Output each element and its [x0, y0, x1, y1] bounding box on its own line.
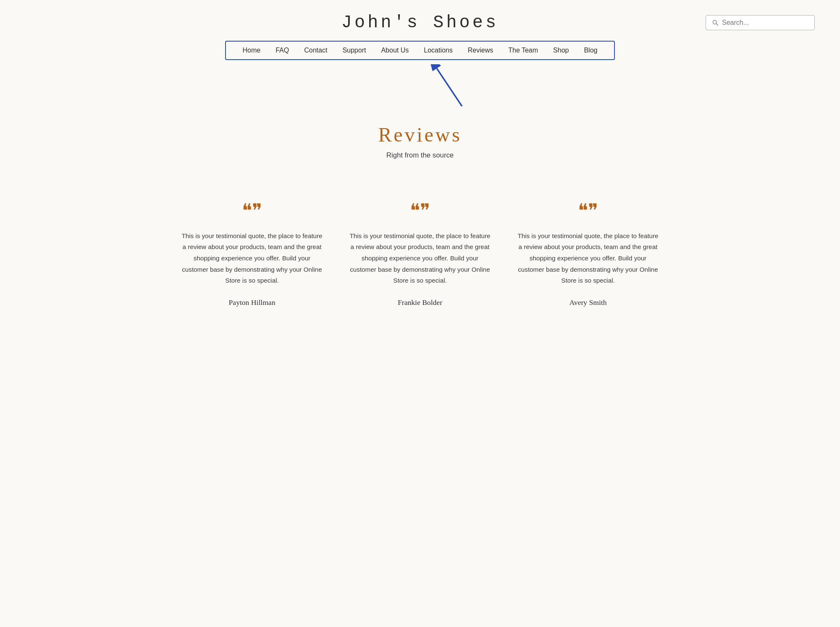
search-box[interactable]: [706, 15, 815, 30]
annotation-arrow: [428, 64, 479, 110]
svg-line-3: [437, 68, 462, 106]
quote-icon-1: ❝❞: [242, 202, 262, 220]
nav-item-the-team[interactable]: The Team: [508, 47, 538, 54]
nav-item-contact[interactable]: Contact: [304, 47, 327, 54]
search-icon: [712, 19, 719, 26]
testimonial-text-2: This is your testimonial quote, the plac…: [349, 231, 491, 286]
reviews-subtitle: Right from the source: [0, 151, 840, 160]
nav-item-reviews[interactable]: Reviews: [468, 47, 493, 54]
search-input[interactable]: [722, 19, 808, 26]
quote-icon-3: ❝❞: [578, 202, 598, 220]
reviews-section: Reviews Right from the source: [0, 115, 840, 185]
testimonial-text-1: This is your testimonial quote, the plac…: [181, 231, 323, 286]
header: John's Shoes: [0, 0, 840, 41]
testimonial-card-1: ❝❞ This is your testimonial quote, the p…: [181, 202, 323, 307]
testimonial-card-2: ❝❞ This is your testimonial quote, the p…: [349, 202, 491, 307]
nav-item-home[interactable]: Home: [243, 47, 261, 54]
testimonials-grid: ❝❞ This is your testimonial quote, the p…: [147, 185, 693, 332]
quote-icon-2: ❝❞: [410, 202, 430, 220]
nav-item-about-us[interactable]: About Us: [381, 47, 409, 54]
svg-line-1: [716, 24, 718, 25]
site-title: John's Shoes: [134, 13, 706, 32]
nav-item-support[interactable]: Support: [342, 47, 366, 54]
arrow-annotation: [0, 64, 840, 115]
nav-item-locations[interactable]: Locations: [424, 47, 453, 54]
nav-item-faq[interactable]: FAQ: [276, 47, 289, 54]
nav-wrapper: Home FAQ Contact Support About Us Locati…: [0, 41, 840, 60]
nav-item-blog[interactable]: Blog: [584, 47, 597, 54]
testimonial-author-3: Avery Smith: [569, 298, 606, 307]
testimonial-author-2: Frankie Bolder: [398, 298, 442, 307]
nav-bar: Home FAQ Contact Support About Us Locati…: [225, 41, 615, 60]
testimonial-card-3: ❝❞ This is your testimonial quote, the p…: [517, 202, 659, 307]
reviews-title: Reviews: [0, 123, 840, 146]
testimonial-text-3: This is your testimonial quote, the plac…: [517, 231, 659, 286]
testimonial-author-1: Payton Hillman: [229, 298, 276, 307]
nav-item-shop[interactable]: Shop: [553, 47, 569, 54]
